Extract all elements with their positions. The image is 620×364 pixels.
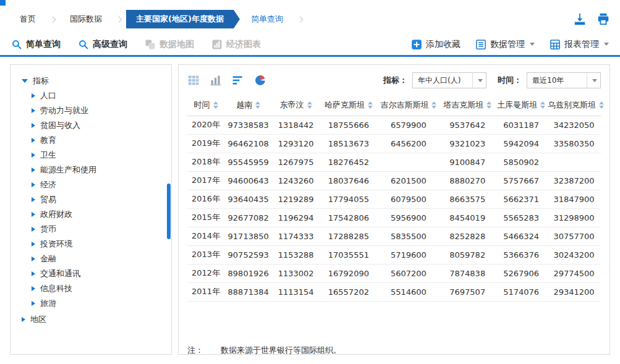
sidebar-tree-children: 人口劳动力与就业贫困与收入教育卫生能源生产和使用经济贸易政府财政货币投资环境金融… — [22, 88, 171, 311]
table-cell: 17288285 — [320, 227, 378, 245]
table-body: 2020年97338583131844218755666657990095376… — [187, 116, 601, 301]
sidebar-item-2[interactable]: 贫困与收入 — [22, 118, 171, 133]
column-header[interactable]: 东帝汶 — [272, 95, 320, 116]
table-cell: 92677082 — [224, 208, 272, 227]
sidebar-item-14[interactable]: 旅游 — [22, 296, 171, 311]
table-cell: 33580350 — [547, 134, 601, 153]
report-manage-button[interactable]: 报表管理 — [550, 39, 609, 50]
table-cell: 93640435 — [224, 190, 272, 208]
time-select[interactable]: 最近10年 — [527, 72, 601, 88]
sort-icon[interactable] — [307, 101, 312, 109]
column-header[interactable]: 土库曼斯坦 — [495, 95, 547, 116]
sidebar-item-8[interactable]: 政府财政 — [22, 207, 171, 222]
sidebar-item-label: 货币 — [40, 224, 56, 235]
table-cell: 94600643 — [224, 171, 272, 190]
indicator-select[interactable]: 年中人口(人) — [412, 72, 486, 88]
filter-bar: 指标： 年中人口(人) 时间： 最近10年 — [383, 72, 601, 88]
chart-icon — [211, 39, 223, 50]
sidebar-item-10[interactable]: 投资环境 — [22, 237, 171, 252]
table-cell: 91713850 — [224, 227, 272, 245]
list-view-icon[interactable] — [232, 74, 244, 87]
sidebar-item-3[interactable]: 教育 — [22, 133, 171, 148]
sidebar-scrollbar[interactable] — [167, 184, 171, 239]
sidebar-item-11[interactable]: 金融 — [22, 252, 171, 266]
column-header[interactable]: 时间 — [187, 95, 224, 116]
sidebar-root-label: 指标 — [33, 75, 49, 87]
row-time-cell: 2016年 — [187, 190, 224, 208]
sort-icon[interactable] — [599, 101, 604, 109]
sidebar-item-12[interactable]: 交通和通讯 — [22, 266, 171, 281]
column-header[interactable]: 乌兹别克斯坦 — [547, 95, 601, 116]
pie-chart-view-icon[interactable] — [254, 74, 266, 87]
table-cell: 18037646 — [320, 171, 378, 190]
caret-right-icon — [32, 242, 35, 247]
data-manage-button[interactable]: 数据管理 — [475, 39, 535, 50]
caret-right-icon — [32, 108, 35, 113]
sidebar-item-label: 贫困与收入 — [40, 120, 80, 131]
sidebar-item-label: 教育 — [40, 135, 56, 146]
table-cell: 6079500 — [378, 190, 440, 208]
bar-chart-view-icon[interactable] — [210, 74, 222, 87]
table-cell: 1318442 — [272, 116, 320, 134]
table-cell: 95545959 — [224, 153, 272, 171]
sidebar-item-label: 金融 — [40, 253, 56, 265]
table-cell: 9100847 — [440, 153, 495, 171]
print-icon[interactable] — [597, 12, 610, 26]
table-cell: 6456200 — [378, 134, 440, 153]
sidebar-item-4[interactable]: 卫生 — [22, 148, 171, 163]
table-row: 2016年93640435121928917794055607950086635… — [187, 190, 601, 208]
sort-icon[interactable] — [431, 101, 436, 109]
caret-right-icon — [32, 197, 35, 202]
add-favorite-button[interactable]: 添加收藏 — [411, 39, 461, 50]
sidebar-item-5[interactable]: 能源生产和使用 — [22, 163, 171, 177]
view-controls: 指标： 年中人口(人) 时间： 最近10年 — [187, 70, 601, 91]
table-cell: 30243200 — [547, 245, 601, 264]
table-cell: 1219289 — [272, 190, 320, 208]
sort-icon[interactable] — [255, 101, 260, 109]
table-cell: 1133002 — [272, 264, 320, 282]
column-header[interactable]: 吉尔吉斯斯坦 — [378, 95, 440, 116]
tab-home[interactable]: 首页 — [10, 10, 46, 28]
tab-simple-query[interactable]: 简单查询 — [241, 10, 293, 28]
row-time-cell: 2012年 — [187, 264, 224, 282]
table-cell: 5956900 — [378, 208, 440, 227]
time-filter-label: 时间： — [498, 75, 522, 86]
sidebar-item-13[interactable]: 信息科技 — [22, 281, 171, 296]
sidebar-item-7[interactable]: 贸易 — [22, 192, 171, 207]
row-time-cell: 2011年 — [187, 282, 224, 301]
table-cell: 6579900 — [378, 116, 440, 134]
sort-icon[interactable] — [486, 101, 491, 109]
table-cell: 18755666 — [320, 116, 378, 134]
table-cell: 5942094 — [495, 134, 547, 153]
sidebar-item-1[interactable]: 劳动力与就业 — [22, 103, 171, 118]
grid-view-icon[interactable] — [187, 74, 200, 87]
download-icon[interactable] — [573, 12, 587, 26]
sort-icon[interactable] — [540, 101, 545, 109]
sidebar-item-6[interactable]: 经济 — [22, 177, 171, 192]
column-header[interactable]: 塔吉克斯坦 — [440, 95, 495, 116]
sort-icon[interactable] — [213, 101, 218, 109]
data-map-button[interactable]: 数据地图 — [145, 39, 194, 50]
simple-query-button[interactable]: 简单查询 — [11, 39, 61, 50]
sort-icon[interactable] — [368, 101, 373, 109]
sidebar-item-9[interactable]: 货币 — [22, 222, 171, 237]
sidebar-root-regions[interactable]: 地区 — [22, 312, 171, 327]
tab-international-data[interactable]: 国际数据 — [60, 10, 112, 28]
table-cell: 18513673 — [320, 134, 378, 153]
table-cell: 5607200 — [378, 264, 440, 282]
caret-right-icon — [32, 301, 35, 306]
column-header[interactable]: 哈萨克斯坦 — [320, 95, 378, 116]
economic-chart-button[interactable]: 经济图表 — [211, 39, 261, 50]
table-cell: 8663575 — [440, 190, 495, 208]
advanced-query-button[interactable]: 高级查询 — [78, 39, 127, 50]
sidebar-item-label: 旅游 — [40, 298, 56, 309]
table-cell: 5719600 — [378, 245, 440, 264]
column-header-label: 哈萨克斯坦 — [325, 100, 365, 109]
table-cell: 5466324 — [495, 227, 547, 245]
column-header[interactable]: 越南 — [224, 95, 272, 116]
tab-annual-data-active[interactable]: 主要国家(地区)年度数据 — [126, 10, 234, 28]
sidebar-item-0[interactable]: 人口 — [22, 88, 171, 103]
breadcrumb: 首页 国际数据 主要国家(地区)年度数据 简单查询 — [10, 10, 610, 28]
sidebar-root-indicators[interactable]: 指标 — [22, 74, 171, 88]
table-cell: 5267906 — [495, 264, 547, 282]
